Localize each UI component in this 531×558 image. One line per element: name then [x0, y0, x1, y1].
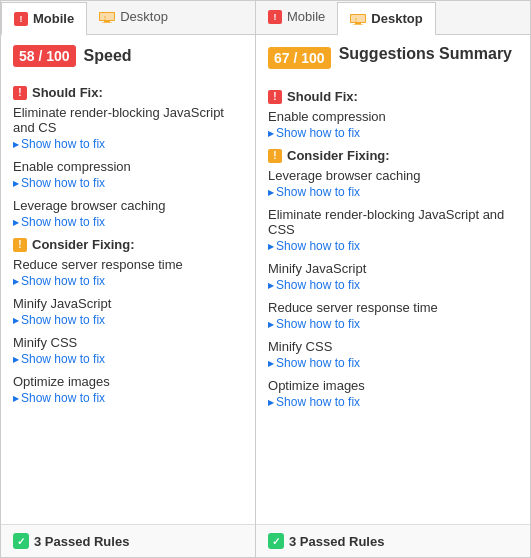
right-tab-desktop[interactable]: ! Desktop: [337, 2, 435, 36]
desktop-icon-left: !: [99, 11, 115, 22]
left-should-fix-title-2: Leverage browser caching: [13, 198, 243, 213]
left-consider-fix-title-1: Minify JavaScript: [13, 296, 243, 311]
right-should-fix-item-0: Enable compression Show how to fix: [268, 109, 518, 140]
left-should-fix-item-2: Leverage browser caching Show how to fix: [13, 198, 243, 229]
consider-fix-icon-left: !: [13, 238, 27, 252]
right-suggestions-title: Suggestions Summary: [339, 45, 512, 63]
right-score-box: 67 / 100: [268, 47, 331, 69]
right-consider-fix-link-2[interactable]: Show how to fix: [268, 278, 518, 292]
right-consider-fix-link-0[interactable]: Show how to fix: [268, 185, 518, 199]
left-should-fix-header: ! Should Fix:: [13, 85, 243, 100]
right-should-fix-link-0[interactable]: Show how to fix: [268, 126, 518, 140]
right-mobile-label: Mobile: [287, 9, 325, 24]
svg-rect-6: [355, 23, 361, 25]
left-desktop-label: Desktop: [120, 9, 168, 24]
left-score-badge: 58 / 100 Speed: [13, 45, 132, 67]
right-passed-rules: ✓ 3 Passed Rules: [256, 524, 530, 557]
svg-rect-2: [102, 23, 112, 24]
desktop-icon-right: !: [350, 13, 366, 24]
right-panel-content: 67 / 100 Suggestions Summary ! Should Fi…: [256, 35, 530, 524]
right-consider-fix-item-5: Optimize images Show how to fix: [268, 378, 518, 409]
right-consider-fix-item-4: Minify CSS Show how to fix: [268, 339, 518, 370]
check-icon-right: ✓: [268, 533, 284, 549]
svg-text:!: !: [355, 17, 357, 23]
right-consider-fix-title-1: Eliminate render-blocking JavaScript and…: [268, 207, 518, 237]
left-should-fix-title-0: Eliminate render-blocking JavaScript and…: [13, 105, 243, 135]
right-consider-fix-item-0: Leverage browser caching Show how to fix: [268, 168, 518, 199]
right-consider-fix-item-3: Reduce server response time Show how to …: [268, 300, 518, 331]
right-consider-fixing-header: ! Consider Fixing:: [268, 148, 518, 163]
right-consider-fix-link-4[interactable]: Show how to fix: [268, 356, 518, 370]
right-passed-rules-label: 3 Passed Rules: [289, 534, 384, 549]
left-should-fix-item-1: Enable compression Show how to fix: [13, 159, 243, 190]
svg-rect-8: [351, 15, 365, 22]
left-consider-fix-item-0: Reduce server response time Show how to …: [13, 257, 243, 288]
check-icon-left: ✓: [13, 533, 29, 549]
should-fix-icon-right: !: [268, 90, 282, 104]
left-consider-fix-title-2: Minify CSS: [13, 335, 243, 350]
left-tab-desktop[interactable]: ! Desktop: [87, 1, 180, 34]
left-passed-rules-label: 3 Passed Rules: [34, 534, 129, 549]
right-tab-bar: ! Mobile ! Desktop: [256, 1, 530, 35]
left-consider-fix-title-3: Optimize images: [13, 374, 243, 389]
left-should-fix-item-0: Eliminate render-blocking JavaScript and…: [13, 105, 243, 151]
left-should-fix-link-2[interactable]: Show how to fix: [13, 215, 243, 229]
left-consider-fix-link-3[interactable]: Show how to fix: [13, 391, 243, 405]
left-consider-fix-link-0[interactable]: Show how to fix: [13, 274, 243, 288]
left-tab-mobile[interactable]: ! Mobile: [1, 2, 87, 36]
right-consider-fix-title-5: Optimize images: [268, 378, 518, 393]
left-should-fix-link-0[interactable]: Show how to fix: [13, 137, 243, 151]
left-tab-bar: ! Mobile ! Desktop: [1, 1, 255, 35]
right-desktop-label: Desktop: [371, 11, 422, 26]
right-consider-fix-link-1[interactable]: Show how to fix: [268, 239, 518, 253]
left-should-fix-title-1: Enable compression: [13, 159, 243, 174]
right-should-fix-title-0: Enable compression: [268, 109, 518, 124]
right-consider-fix-title-0: Leverage browser caching: [268, 168, 518, 183]
consider-fix-icon-right: !: [268, 149, 282, 163]
svg-text:!: !: [104, 15, 106, 21]
svg-rect-3: [100, 13, 114, 20]
left-consider-fix-item-1: Minify JavaScript Show how to fix: [13, 296, 243, 327]
left-consider-fixing-header: ! Consider Fixing:: [13, 237, 243, 252]
right-consider-fix-item-1: Eliminate render-blocking JavaScript and…: [268, 207, 518, 253]
left-consider-fix-item-2: Minify CSS Show how to fix: [13, 335, 243, 366]
right-score-badge: 67 / 100 Suggestions Summary: [268, 45, 512, 71]
mobile-icon: !: [14, 12, 28, 26]
mobile-icon-right: !: [268, 10, 282, 24]
svg-rect-7: [353, 25, 363, 26]
svg-rect-1: [104, 21, 110, 23]
left-mobile-label: Mobile: [33, 11, 74, 26]
right-consider-fix-item-2: Minify JavaScript Show how to fix: [268, 261, 518, 292]
left-score-title: Speed: [84, 47, 132, 65]
right-consider-fix-link-5[interactable]: Show how to fix: [268, 395, 518, 409]
right-tab-mobile[interactable]: ! Mobile: [256, 1, 337, 34]
left-passed-rules: ✓ 3 Passed Rules: [1, 524, 255, 557]
left-panel: ! Mobile ! Desktop 58 / 100: [1, 1, 256, 557]
left-consider-fix-item-3: Optimize images Show how to fix: [13, 374, 243, 405]
right-consider-fix-title-3: Reduce server response time: [268, 300, 518, 315]
left-consider-fix-title-0: Reduce server response time: [13, 257, 243, 272]
left-score-box: 58 / 100: [13, 45, 76, 67]
should-fix-icon-left: !: [13, 86, 27, 100]
right-consider-fix-title-4: Minify CSS: [268, 339, 518, 354]
right-consider-fix-title-2: Minify JavaScript: [268, 261, 518, 276]
right-consider-fix-link-3[interactable]: Show how to fix: [268, 317, 518, 331]
right-panel: ! Mobile ! Desktop 67 / 100: [256, 1, 530, 557]
left-consider-fix-link-2[interactable]: Show how to fix: [13, 352, 243, 366]
left-consider-fix-link-1[interactable]: Show how to fix: [13, 313, 243, 327]
left-should-fix-link-1[interactable]: Show how to fix: [13, 176, 243, 190]
right-should-fix-header: ! Should Fix:: [268, 89, 518, 104]
left-panel-content: 58 / 100 Speed ! Should Fix: Eliminate r…: [1, 35, 255, 524]
